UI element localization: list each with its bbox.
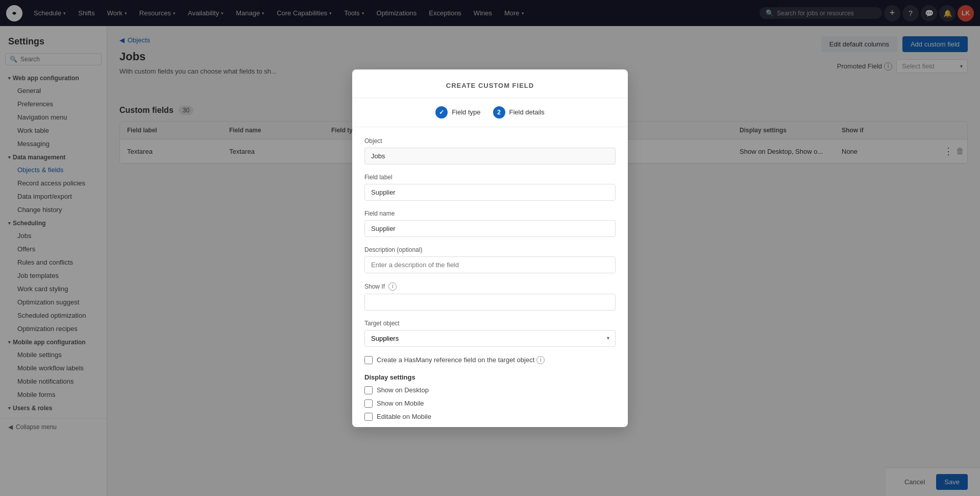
- display-settings-label: Display settings: [364, 373, 616, 381]
- form-group-field-label: Field label: [364, 174, 616, 201]
- show-desktop-checkbox[interactable]: [364, 386, 373, 394]
- form-group-show-if: Show If i: [364, 282, 616, 311]
- form-group-display-settings: Display settings Show on Desktop Show on…: [364, 373, 616, 421]
- show-desktop-label[interactable]: Show on Desktop: [377, 386, 429, 394]
- field-name-label: Field name: [364, 210, 616, 217]
- step-1: ✓ Field type: [435, 106, 480, 119]
- editable-mobile-item: Editable on Mobile: [364, 413, 616, 421]
- step2-label: Field details: [509, 108, 545, 116]
- step1-label: Field type: [452, 108, 480, 116]
- target-object-select[interactable]: Suppliers Jobs Employees Locations: [364, 330, 616, 347]
- modal-body: Object Field label Field name Descriptio…: [352, 127, 628, 427]
- editable-mobile-checkbox[interactable]: [364, 413, 373, 421]
- object-input: [364, 148, 616, 164]
- show-if-input[interactable]: [364, 294, 616, 311]
- editable-mobile-label[interactable]: Editable on Mobile: [377, 413, 431, 420]
- hasmany-checkbox-item: Create a HasMany reference field on the …: [364, 356, 616, 364]
- step2-circle: 2: [493, 106, 505, 119]
- target-object-select-wrapper: Suppliers Jobs Employees Locations: [364, 330, 616, 347]
- target-object-label: Target object: [364, 320, 616, 327]
- description-label: Description (optional): [364, 246, 616, 253]
- hasmany-checkbox[interactable]: [364, 356, 373, 364]
- step1-circle: ✓: [435, 106, 448, 119]
- step-2: 2 Field details: [493, 106, 545, 119]
- form-group-field-name: Field name: [364, 210, 616, 237]
- show-if-label: Show If i: [364, 282, 616, 291]
- show-desktop-item: Show on Desktop: [364, 386, 616, 394]
- field-label-label: Field label: [364, 174, 616, 181]
- show-mobile-checkbox[interactable]: [364, 399, 373, 408]
- field-name-input[interactable]: [364, 220, 616, 237]
- form-group-object: Object: [364, 137, 616, 164]
- create-custom-field-modal: CREATE CUSTOM FIELD ✓ Field type 2 Field…: [352, 69, 628, 427]
- show-mobile-label[interactable]: Show on Mobile: [377, 399, 424, 407]
- modal-steps: ✓ Field type 2 Field details: [352, 98, 628, 127]
- show-if-info-icon[interactable]: i: [388, 282, 397, 291]
- modal-title: CREATE CUSTOM FIELD: [352, 69, 628, 98]
- field-label-input[interactable]: [364, 184, 616, 201]
- display-settings-checkboxes: Show on Desktop Show on Mobile Editable …: [364, 386, 616, 421]
- hasmany-label[interactable]: Create a HasMany reference field on the …: [377, 356, 545, 364]
- object-label: Object: [364, 137, 616, 145]
- form-group-description: Description (optional): [364, 246, 616, 273]
- hasmany-info-icon[interactable]: i: [536, 356, 545, 364]
- form-group-target-object: Target object Suppliers Jobs Employees L…: [364, 320, 616, 347]
- form-group-hasmany: Create a HasMany reference field on the …: [364, 356, 616, 364]
- description-input[interactable]: [364, 256, 616, 273]
- modal-overlay: CREATE CUSTOM FIELD ✓ Field type 2 Field…: [0, 0, 980, 496]
- show-mobile-item: Show on Mobile: [364, 399, 616, 408]
